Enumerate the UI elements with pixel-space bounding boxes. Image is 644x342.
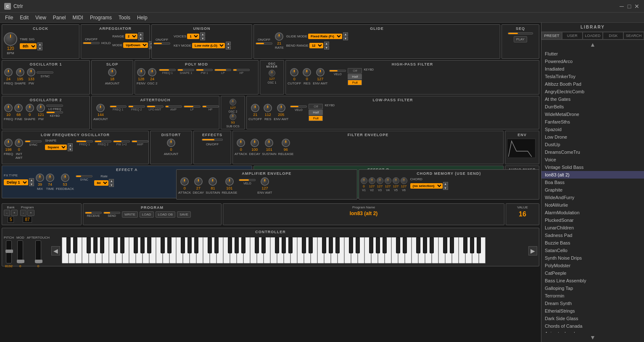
library-item-12[interactable]: DustUp (541, 141, 644, 148)
black-key[interactable] (329, 237, 333, 253)
prog-minus-btn[interactable]: - (20, 210, 26, 216)
black-key[interactable] (113, 237, 118, 253)
lib-tab-preset[interactable]: PRESET (541, 32, 562, 39)
library-item-2[interactable]: Irradiated (541, 65, 644, 73)
library-item-20[interactable]: NotAWurlie (541, 201, 644, 209)
osc1-pw-knob[interactable]: 133 PW (27, 68, 35, 85)
chord-v6-knob[interactable]: 127 V6 (401, 177, 407, 192)
polymod-pw1-slider[interactable] (196, 69, 213, 71)
library-item-5[interactable]: AngryElectricComb (541, 88, 644, 95)
hpf-off-btn[interactable]: Off (348, 68, 362, 74)
lib-scroll-up[interactable]: ▲ (541, 40, 644, 49)
maximize-button[interactable]: □ (626, 3, 632, 9)
seq-play-button[interactable]: PLAY (514, 36, 527, 42)
library-item-24[interactable]: Sadness Pad (541, 232, 644, 239)
lpf-cutoff-knob[interactable]: 21 CUTOFF (248, 104, 262, 121)
black-key[interactable] (416, 237, 420, 253)
black-key[interactable] (161, 237, 165, 253)
library-item-4[interactable]: Altibzz Booth Pad (541, 80, 644, 88)
menu-file[interactable]: File (2, 14, 16, 21)
black-key[interactable] (477, 237, 481, 253)
library-item-32[interactable]: Terrormin (541, 292, 644, 300)
ampenv-attack-knob[interactable]: 0 ATTACK (178, 177, 191, 195)
piano-left-btn[interactable]: ◀ (51, 246, 60, 255)
arp-range-select[interactable]: 2 (125, 34, 137, 39)
menu-edit[interactable]: Edit (16, 14, 32, 21)
library-item-13[interactable]: DreamsComeTru (541, 148, 644, 156)
library-item-35[interactable]: Dark Side Glass (541, 315, 644, 322)
lfo-initamt-knob[interactable]: 0 INIT AMT (15, 139, 23, 160)
library-item-6[interactable]: At the Gates (541, 95, 644, 103)
black-key[interactable] (235, 237, 239, 253)
black-key[interactable] (322, 237, 326, 253)
black-key[interactable] (309, 237, 313, 253)
library-item-18[interactable]: Graphite (541, 186, 644, 194)
effects-onoff-slider[interactable] (202, 139, 223, 141)
osc1-shape-knob[interactable]: 195 SHAPE (14, 68, 26, 85)
library-item-16[interactable]: Ion83 (alt 2) (541, 171, 644, 179)
lfo-shape-select[interactable]: Square (45, 145, 67, 150)
unison-voices-select[interactable]: 1 (187, 34, 199, 39)
black-key[interactable] (228, 237, 232, 253)
black-key[interactable] (288, 237, 293, 253)
library-item-23[interactable]: LunarChildren (541, 224, 644, 232)
lpf-half-btn[interactable]: Half (309, 110, 323, 115)
bank-minus-btn[interactable]: - (4, 210, 10, 216)
filterenv-attack-knob[interactable]: 0 ATTACK (235, 139, 247, 156)
black-key[interactable] (208, 237, 212, 253)
lib-tab-disk[interactable]: DISK (603, 32, 623, 39)
black-key[interactable] (356, 237, 360, 253)
lfo-pw12-slider[interactable] (113, 140, 130, 142)
library-item-19[interactable]: WideAndFurry (541, 194, 644, 201)
library-item-17[interactable]: Boa Bass (541, 179, 644, 186)
osc2-pw-knob[interactable]: 121 PW (37, 104, 45, 121)
chord-v5-knob[interactable]: 127 V5 (393, 177, 399, 192)
mod-slider[interactable] (17, 240, 23, 263)
lfo-amp-slider[interactable] (132, 140, 148, 142)
lfo-freq-knob[interactable]: 198 FREQ (4, 139, 13, 156)
effect-a-time-knob[interactable]: 74 TIME (46, 174, 54, 191)
send-slider[interactable] (103, 212, 120, 214)
library-item-0[interactable]: Flutter (541, 50, 644, 58)
polymod-freq1-slider[interactable] (159, 69, 176, 71)
at-hp-slider[interactable] (202, 105, 219, 108)
ampenv-envamt-knob[interactable]: 127 ENV AMT (257, 177, 272, 195)
at-freq2-slider[interactable] (128, 105, 145, 108)
library-item-26[interactable]: SatanCello (541, 247, 644, 254)
black-key[interactable] (463, 237, 467, 253)
aftertouch-amount-knob[interactable]: 144 AMOUNT (93, 104, 108, 121)
black-key[interactable] (383, 237, 387, 253)
chord-v2-knob[interactable]: 127 V2 (369, 177, 375, 192)
menu-programs[interactable]: Programs (87, 14, 115, 21)
aftertouch-slider[interactable] (35, 240, 41, 263)
library-item-11[interactable]: Low Drone (541, 133, 644, 141)
clock-bpm-knob[interactable]: 120 BPM (4, 32, 17, 55)
lib-tab-loaded[interactable]: LOADED (583, 32, 603, 39)
osc2-keybd-slider[interactable] (46, 111, 63, 113)
library-item-8[interactable]: WideMetalDrone (541, 110, 644, 118)
library-item-14[interactable]: Voice (541, 156, 644, 163)
effect-a-feedback-knob[interactable]: 53 FEEDBACK (56, 174, 74, 191)
black-key[interactable] (349, 237, 353, 253)
lpf-off-btn[interactable]: Off (309, 104, 323, 109)
black-key[interactable] (87, 237, 91, 253)
prog-plus-btn[interactable]: + (27, 210, 34, 216)
lpf-velo-slider[interactable] (290, 105, 307, 108)
black-key[interactable] (396, 237, 400, 253)
osc2-shape-knob[interactable]: 0 SHAPE (24, 104, 35, 121)
black-key[interactable] (66, 237, 71, 253)
black-key[interactable] (450, 237, 454, 253)
library-item-10[interactable]: Spazoid (541, 126, 644, 133)
seq-slider[interactable] (508, 32, 533, 34)
black-key[interactable] (369, 237, 373, 253)
filterenv-sustain-knob[interactable]: 101 SUSTAIN (262, 139, 276, 156)
clock-time-sig-select[interactable]: 8th (20, 43, 37, 49)
polymod-hp-slider[interactable] (233, 69, 250, 71)
lfo-freq1-slider[interactable] (76, 140, 93, 142)
hpf-res-knob[interactable]: 0 RES (303, 68, 311, 85)
effect-a-type-select[interactable]: Delay 1 (4, 179, 28, 185)
lib-tab-user[interactable]: USER (562, 32, 583, 39)
glide-bend-select[interactable]: 12 (309, 43, 323, 48)
library-item-1[interactable]: PoweredArco (541, 58, 644, 65)
osc1-freq-knob[interactable]: 24 FREQ (4, 68, 13, 85)
